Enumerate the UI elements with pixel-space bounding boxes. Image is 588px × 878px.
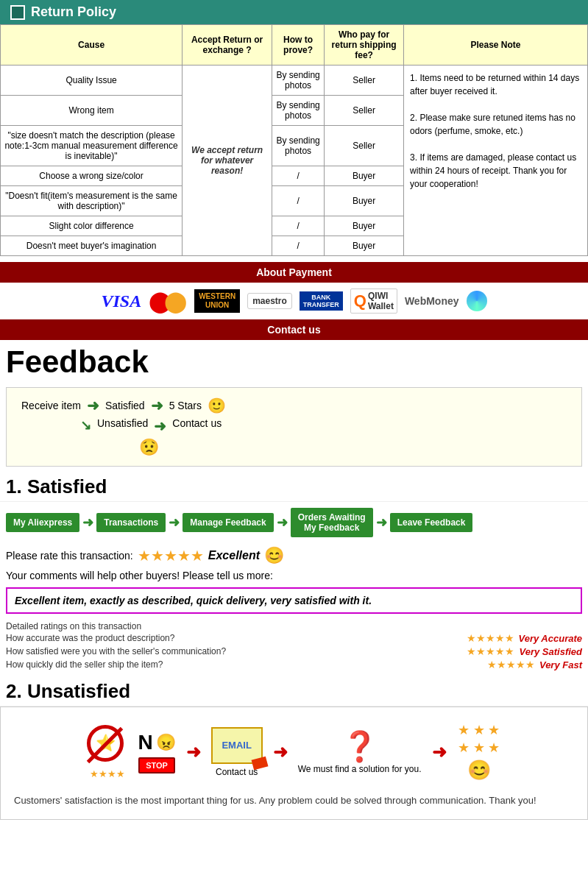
prove-cell: By sending photos <box>272 126 325 166</box>
receive-item-label: Receive item <box>21 400 81 411</box>
accept-cell: We accept return for whatever reason! <box>183 66 272 256</box>
prove-cell: / <box>272 216 325 236</box>
step-orders-awaiting[interactable]: Orders AwaitingMy Feedback <box>291 508 373 537</box>
detail-stars-2: ★★★★★ <box>467 645 514 657</box>
question-item: ❓ We must find a solution for you. <box>298 729 422 774</box>
stop-sign-item: N 😠 STOP <box>138 731 175 773</box>
col-cause: Cause <box>1 25 183 66</box>
contact-section: Contact us <box>0 319 588 340</box>
detail-q3: How quickly did the seller ship the item… <box>6 659 483 670</box>
worried-emoji: 😟 <box>139 438 567 457</box>
who-cell: Seller <box>325 96 404 126</box>
note-cell: 1. Items need to be returned within 14 d… <box>404 66 588 256</box>
steps-row: My Aliexpress ➜ Transactions ➜ Manage Fe… <box>0 502 588 543</box>
contact-us-label: Contact us <box>172 417 222 429</box>
step-arrow-2: ➜ <box>169 514 180 531</box>
step-leave-feedback[interactable]: Leave Feedback <box>390 513 473 532</box>
who-cell: Seller <box>325 66 404 96</box>
feedback-title: Feedback <box>0 340 588 384</box>
solution-label: We must find a solution for you. <box>298 764 422 774</box>
table-row: Quality Issue We accept return for whate… <box>1 66 588 96</box>
prove-cell: / <box>272 166 325 186</box>
detail-val-1: Very Accurate <box>519 633 582 644</box>
detailed-ratings: Detailed ratings on this transaction How… <box>0 618 588 674</box>
satisfied-label: Satisfied <box>105 400 145 411</box>
feedback-box: Receive item ➜ Satisfied ➜ 5 Stars 🙂 ↘ U… <box>6 387 582 467</box>
unsatisfied-arrow-3: ➜ <box>432 742 447 762</box>
rate-text: Please rate this transaction: <box>6 550 133 562</box>
unsatisfied-section-title: 2. Unsatisfied <box>0 674 588 707</box>
detail-row-2: How satisfied were you with the seller's… <box>6 645 582 658</box>
col-accept: Accept Return or exchange ? <box>183 25 272 66</box>
prove-cell: / <box>272 236 325 256</box>
arrow-icon-2: ➜ <box>151 397 163 414</box>
unsatisfied-flow: ⭐ ★★★★ N 😠 STOP ➜ EMAIL Contact us ➜ <box>8 715 580 789</box>
no-stars-item: ⭐ ★★★★ <box>87 725 127 779</box>
qiwi-logo: Q QIWIWallet <box>350 288 397 314</box>
detail-stars-1: ★★★★★ <box>467 632 514 644</box>
rate-row: Please rate this transaction: ★★★★★ Exce… <box>0 543 588 568</box>
satisfied-section-title: 1. Satisfied <box>0 470 588 502</box>
col-who: Who pay for return shipping fee? <box>325 25 404 66</box>
mastercard-logo: ⬤⬤ <box>149 289 187 314</box>
detail-row-1: How accurate was the product description… <box>6 631 582 645</box>
customers-note: Customers' satisfaction is the most impo… <box>8 789 580 812</box>
excellent-label: Excellent <box>208 549 260 562</box>
prove-cell: / <box>272 186 325 216</box>
note-3: 3. If items are damaged, please contact … <box>410 152 576 189</box>
webmoney-logo: WebMoney <box>405 295 459 307</box>
prove-cell: By sending photos <box>272 66 325 96</box>
note-2: 2. Please make sure retuned items has no… <box>410 113 575 136</box>
note-1: 1. Items need to be returned within 14 d… <box>410 73 579 96</box>
col-prove: How to prove? <box>272 25 325 66</box>
smile-emoji: 🙂 <box>208 397 226 414</box>
who-cell: Buyer <box>325 166 404 186</box>
feedback-flow-row1: Receive item ➜ Satisfied ➜ 5 Stars 🙂 <box>21 397 567 414</box>
detail-stars-3: ★★★★★ <box>487 659 535 670</box>
unsatisfied-arrow-1: ➜ <box>186 742 201 762</box>
who-cell: Buyer <box>325 186 404 216</box>
unsatisfied-section: ⭐ ★★★★ N 😠 STOP ➜ EMAIL Contact us ➜ <box>0 707 588 820</box>
step-arrow-1: ➜ <box>82 514 93 531</box>
arrow-icon-1: ➜ <box>87 397 99 414</box>
detail-val-3: Very Fast <box>539 659 582 670</box>
arrow-down-icon: ↘ <box>80 417 91 433</box>
step-manage-feedback[interactable]: Manage Feedback <box>183 513 273 532</box>
detail-q1: How accurate was the product description… <box>6 633 462 643</box>
example-comment: Excellent item, exactly as described, qu… <box>6 587 582 614</box>
step-transactions[interactable]: Transactions <box>96 513 166 532</box>
step-my-aliexpress[interactable]: My Aliexpress <box>6 513 79 532</box>
who-cell: Buyer <box>325 236 404 256</box>
email-item: EMAIL Contact us <box>211 727 263 777</box>
five-stars-label: 5 Stars <box>169 400 202 411</box>
cause-cell: Wrong item <box>1 96 183 126</box>
cause-cell: Slight color difference <box>1 216 183 236</box>
payment-logos: VISA ⬤⬤ WESTERNUNION maestro BANKTRANSFE… <box>0 283 588 319</box>
feedback-flow-row2: ↘ Unsatisfied ➜ Contact us <box>21 417 567 435</box>
unsatisfied-label: Unsatisfied <box>97 417 148 429</box>
bank-transfer-logo: BANKTRANSFER <box>300 291 343 311</box>
step-arrow-3: ➜ <box>277 514 288 531</box>
cause-cell: "Doesn't fit(item's measurement is the s… <box>1 186 183 216</box>
maestro-logo: maestro <box>247 293 292 309</box>
detail-val-2: Very Satisfied <box>519 646 582 657</box>
who-cell: Buyer <box>325 216 404 236</box>
who-cell: Seller <box>325 126 404 166</box>
return-policy-title: Return Policy <box>31 4 116 20</box>
payment-section-header: About Payment <box>0 262 588 283</box>
visa-logo: VISA <box>101 291 141 311</box>
detailed-header: Detailed ratings on this transaction <box>6 621 582 631</box>
happy-emoji: 😊 <box>264 546 284 565</box>
cause-cell: "size doesn't match the description (ple… <box>1 126 183 166</box>
col-note: Please Note <box>404 25 588 66</box>
detail-q2: How satisfied were you with the seller's… <box>6 646 462 656</box>
cause-cell: Doesn't meet buyer's imagination <box>1 236 183 256</box>
western-union-logo: WESTERNUNION <box>194 289 240 313</box>
return-icon <box>10 5 25 20</box>
resolved-item: ★★★ ★★★ 😊 <box>457 722 501 782</box>
rating-stars: ★★★★★ <box>138 547 204 564</box>
step-arrow-4: ➜ <box>376 514 387 531</box>
cause-cell: Choose a wrong size/color <box>1 166 183 186</box>
cause-cell: Quality Issue <box>1 66 183 96</box>
prove-cell: By sending photos <box>272 96 325 126</box>
